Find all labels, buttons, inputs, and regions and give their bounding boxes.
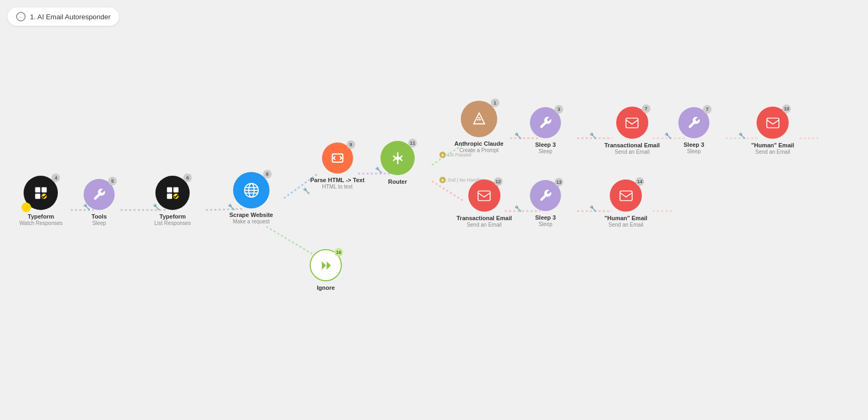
node-circle-human_email_bot: 14 (610, 179, 642, 212)
node-sublabel-typeform2: List Responses (154, 220, 191, 226)
node-badge-sleep3_bot: 13 (555, 178, 563, 186)
node-scrape[interactable]: 8 Scrape Website Make a request (229, 172, 273, 224)
node-parse[interactable]: 9 Parse HTML -> Text HTML to text (310, 142, 364, 190)
node-badge-anthropic: 1 (491, 99, 499, 107)
svg-rect-20 (35, 193, 41, 199)
node-label-sleep3_bot: Sleep 3 (535, 214, 556, 221)
node-circle-trans_email_bot: 12 (468, 179, 500, 212)
node-sleep3_top[interactable]: 3 Sleep 3 Sleep (530, 107, 561, 154)
workflow-canvas: 4 ⚡ Typeform Watch Responses 5 Tools Sle… (0, 0, 868, 420)
back-icon: ← (16, 12, 26, 21)
node-label-ignore: Ignore (317, 284, 335, 291)
node-badge-typeform1: 4 (51, 174, 60, 182)
svg-rect-23 (173, 187, 178, 192)
node-anthropic[interactable]: 1 Anthropic Claude Create a Prompt (454, 101, 504, 153)
node-circle-scrape: 8 (233, 172, 270, 208)
node-badge-human_email_bot: 14 (635, 177, 644, 186)
node-sublabel-human_email_top: Send an Email (755, 149, 790, 155)
node-sublabel-sleep3_bot: Sleep (538, 221, 552, 227)
node-label-router: Router (388, 178, 407, 185)
node-label-sleep3_top: Sleep 3 (535, 141, 556, 148)
node-label-trans_email_bot: Transactional Email (457, 215, 512, 221)
node-circle-tools: 5 (84, 179, 115, 210)
breadcrumb-title: 1. AI Email Autoresponder (30, 13, 110, 21)
node-badge-typeform2: 6 (183, 174, 192, 182)
node-circle-router: 11 (380, 141, 415, 175)
node-circle-human_email_top: 10 (757, 107, 789, 139)
svg-point-32 (395, 156, 399, 160)
node-label-typeform1: Typeform (28, 213, 54, 220)
node-circle-typeform1: 4 ⚡ (24, 176, 58, 210)
node-label-trans_email_top: Transactional Email (604, 142, 660, 148)
svg-rect-33 (626, 118, 638, 128)
node-human_email_top[interactable]: 10 "Human" Email Send an Email (751, 107, 794, 155)
node-tools[interactable]: 5 Tools Sleep (84, 179, 115, 226)
node-badge-tools: 5 (108, 177, 117, 185)
node-sublabel-trans_email_bot: Send an Email (467, 222, 502, 228)
node-sublabel-tools: Sleep (92, 220, 106, 226)
node-circle-ignore: 16 (310, 249, 342, 281)
node-sublabel-sleep3_top2: Sleep (687, 148, 701, 154)
svg-rect-22 (167, 187, 172, 192)
node-sublabel-parse: HTML to text (322, 184, 353, 190)
node-circle-trans_email_top: 7 (616, 107, 648, 139)
node-badge-scrape: 8 (263, 170, 272, 178)
node-label-scrape: Scrape Website (229, 212, 273, 218)
node-sleep3_bot[interactable]: 13 Sleep 3 Sleep (530, 180, 561, 227)
svg-rect-19 (42, 187, 47, 192)
node-ignore[interactable]: 16 Ignore (310, 249, 342, 291)
node-sublabel-trans_email_top: Send an Email (615, 149, 649, 155)
node-label-tools: Tools (92, 213, 107, 220)
node-label-anthropic: Anthropic Claude (454, 140, 504, 147)
svg-rect-36 (620, 191, 632, 200)
node-sublabel-anthropic: Create a Prompt (459, 147, 498, 153)
node-circle-parse: 9 (322, 142, 353, 174)
node-label-typeform2: Typeform (160, 213, 186, 220)
node-label-human_email_top: "Human" Email (751, 142, 794, 148)
svg-rect-18 (35, 187, 41, 192)
node-badge-ignore: 16 (334, 248, 343, 257)
node-badge-trans_email_bot: 12 (494, 177, 503, 186)
node-circle-sleep3_bot: 13 (530, 180, 561, 211)
node-sleep3_top2[interactable]: 7 Sleep 3 Sleep (678, 107, 709, 154)
node-typeform1[interactable]: 4 ⚡ Typeform Watch Responses (19, 176, 63, 226)
node-trans_email_bot[interactable]: 12 Transactional Email Send an Email (457, 179, 512, 228)
svg-rect-34 (767, 118, 779, 128)
node-badge-sleep3_top2: 7 (703, 105, 712, 114)
breadcrumb[interactable]: ← 1. AI Email Autoresponder (8, 8, 119, 26)
node-typeform2[interactable]: 6 Typeform List Responses (154, 176, 191, 226)
node-badge-parse: 9 (347, 140, 355, 149)
node-label-human_email_bot: "Human" Email (604, 215, 647, 221)
node-badge-router: 11 (408, 139, 417, 147)
svg-rect-35 (478, 191, 490, 200)
node-circle-sleep3_top: 3 (530, 107, 561, 138)
node-sublabel-sleep3_top: Sleep (538, 148, 552, 154)
node-circle-sleep3_top2: 7 (678, 107, 709, 138)
node-label-sleep3_top2: Sleep 3 (684, 141, 705, 148)
node-sublabel-typeform1: Watch Responses (19, 220, 63, 226)
node-badge-human_email_top: 10 (782, 104, 791, 113)
node-trans_email_top[interactable]: 7 Transactional Email Send an Email (604, 107, 660, 155)
node-human_email_bot[interactable]: 14 "Human" Email Send an Email (604, 179, 647, 228)
node-circle-typeform2: 6 (155, 176, 190, 210)
node-badge-sleep3_top: 3 (555, 105, 563, 114)
node-circle-anthropic: 1 (461, 101, 497, 137)
node-badge-trans_email_top: 7 (642, 104, 650, 113)
node-sublabel-human_email_bot: Send an Email (609, 222, 643, 228)
node-sublabel-scrape: Make a request (233, 219, 270, 224)
node-label-parse: Parse HTML -> Text (310, 177, 364, 183)
node-router[interactable]: 11 Router (380, 141, 415, 185)
svg-rect-24 (167, 193, 172, 199)
